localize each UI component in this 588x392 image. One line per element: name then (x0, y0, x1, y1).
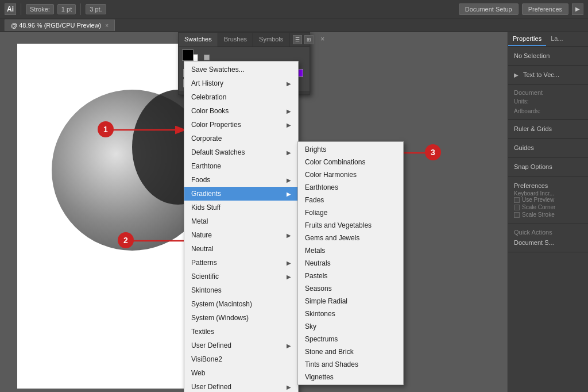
menu-item-label: User Defined (191, 341, 231, 349)
annotation-1: 1 (98, 121, 114, 137)
submenu-item-label: Neutrals (305, 259, 331, 267)
menu-item-nature[interactable]: Nature▶ (184, 228, 298, 242)
menu-item-foods[interactable]: Foods▶ (184, 173, 298, 187)
menu-item-gradients[interactable]: Gradients▶ (184, 187, 298, 201)
submenu-item-label: Gems and Jewels (305, 234, 359, 242)
expand-arrow[interactable]: ▶ (514, 72, 519, 78)
guides-section: Guides (508, 139, 588, 157)
menu-item-patterns[interactable]: Patterns▶ (184, 256, 298, 270)
submenu-item-simple-radial[interactable]: Simple Radial (298, 295, 403, 308)
submenu-item-color-combinations[interactable]: Color Combinations (298, 156, 403, 168)
use-preview-checkbox[interactable] (514, 197, 520, 203)
text-to-vec-section: ▶ Text to Vec... (508, 66, 588, 84)
document-s-label[interactable]: Document S... (514, 238, 582, 247)
no-selection-label: No Selection (514, 51, 582, 60)
menu-item-color-properties[interactable]: Color Properties▶ (184, 118, 298, 132)
submenu-item-seasons[interactable]: Seasons (298, 282, 403, 295)
submenu-item-label: Fades (305, 196, 324, 204)
submenu-item-sky[interactable]: Sky (298, 320, 403, 333)
menu-item-system-(windows)[interactable]: System (Windows) (184, 311, 298, 325)
annotation-2: 2 (118, 232, 134, 248)
keyboard-incr-label: Keyboard Incr... (514, 190, 582, 197)
submenu-item-spectrums[interactable]: Spectrums (298, 333, 403, 345)
tab-properties[interactable]: Properties (508, 32, 546, 46)
pt-value[interactable]: 3 pt. (86, 4, 106, 14)
submenu-item-label: Color Combinations (305, 158, 365, 166)
submenu-item-brights[interactable]: Brights (298, 143, 403, 156)
text-to-vec-label[interactable]: Text to Vec... (523, 70, 559, 79)
menu-item-label: Celebration (191, 93, 226, 101)
submenu-item-tints-and-shades[interactable]: Tints and Shades (298, 358, 403, 371)
scale-corner-row: Scale Corner (514, 204, 582, 210)
submenu-item-stone-and-brick[interactable]: Stone and Brick (298, 345, 403, 358)
preferences-section: Preferences Keyboard Incr... Use Preview… (508, 176, 588, 224)
menu-item-label: Neutral (191, 245, 214, 253)
menu-item-celebration[interactable]: Celebration (184, 90, 298, 104)
menu-item-color-books[interactable]: Color Books▶ (184, 104, 298, 118)
tab-brushes[interactable]: Brushes (218, 33, 253, 47)
menu-item-art-history[interactable]: Art History▶ (184, 76, 298, 90)
tab-symbols[interactable]: Symbols (253, 33, 289, 47)
menu-item-user-defined[interactable]: User Defined▶ (184, 380, 298, 392)
menu-item-label: Gradients (191, 190, 221, 198)
submenu-item-neutrals[interactable]: Neutrals (298, 257, 403, 270)
stroke-value[interactable]: 1 pt (57, 4, 76, 14)
right-panel: Properties La... No Selection ▶ Text to … (508, 32, 588, 392)
submenu-item-fruits-and-vegetables[interactable]: Fruits and Vegetables (298, 219, 403, 232)
snap-options-label[interactable]: Snap Options (514, 162, 582, 171)
menu-item-kids-stuff[interactable]: Kids Stuff (184, 201, 298, 214)
tab-swatches[interactable]: Swatches (179, 33, 218, 47)
use-preview-row: Use Preview (514, 197, 582, 203)
menu-item-label: User Defined (191, 383, 231, 391)
ruler-grids-label[interactable]: Ruler & Grids (514, 124, 582, 133)
scale-stroke-checkbox[interactable] (514, 212, 520, 218)
menu-item-skintones[interactable]: Skintones (184, 283, 298, 297)
menu-item-system-(macintosh)[interactable]: System (Macintosh) (184, 297, 298, 311)
submenu-item-earthtones[interactable]: Earthtones (298, 181, 403, 194)
panel-close-icon[interactable]: × (317, 33, 328, 47)
quick-actions-title: Quick Actions (514, 229, 582, 236)
stroke-label: Stroke: (26, 4, 54, 14)
submenu-item-gems-and-jewels[interactable]: Gems and Jewels (298, 232, 403, 244)
menu-item-label: System (Macintosh) (191, 300, 252, 308)
menu-item-label: Scientific (191, 272, 219, 280)
tab-close-icon[interactable]: × (105, 22, 109, 29)
menu-item-earthtone[interactable]: Earthtone (184, 159, 298, 173)
preferences-label[interactable]: Preferences (514, 181, 582, 190)
submenu-item-metals[interactable]: Metals (298, 244, 403, 257)
menu-item-textiles[interactable]: Textiles (184, 325, 298, 339)
submenu-item-vignettes[interactable]: Vignettes (298, 371, 403, 383)
document-section: Document Units: Artboards: (508, 84, 588, 120)
submenu-item-foliage[interactable]: Foliage (298, 206, 403, 219)
annotation-3: 3 (425, 144, 441, 160)
submenu-item-label: Skintones (305, 310, 335, 318)
doc-setup-button[interactable]: Document Setup (459, 3, 519, 15)
tab-layers[interactable]: La... (546, 32, 567, 46)
menu-item-metal[interactable]: Metal (184, 214, 298, 228)
menu-item-web[interactable]: Web (184, 366, 298, 380)
no-selection-section: No Selection (508, 47, 588, 66)
menu-item-neutral[interactable]: Neutral (184, 242, 298, 256)
menu-item-scientific[interactable]: Scientific▶ (184, 270, 298, 283)
menu-item-default-swatches[interactable]: Default Swatches▶ (184, 145, 298, 159)
guides-label[interactable]: Guides (514, 143, 582, 152)
scale-corner-checkbox[interactable] (514, 205, 520, 210)
menu-item-save-swatches...[interactable]: Save Swatches... (184, 63, 298, 76)
grid-view-icon[interactable]: ⊞ (304, 35, 314, 44)
menu-item-user-defined[interactable]: User Defined▶ (184, 339, 298, 352)
submenu-arrow-icon: ▶ (287, 108, 291, 114)
menu-item-corporate[interactable]: Corporate (184, 132, 298, 145)
fg-swatch[interactable] (182, 49, 194, 61)
submenu-item-label: Sky (305, 322, 316, 330)
list-view-icon[interactable]: ☰ (293, 35, 302, 44)
expand-icon[interactable]: ▶ (572, 3, 583, 15)
submenu-item-fades[interactable]: Fades (298, 194, 403, 206)
main-tab[interactable]: @ 48.96 % (RGB/CPU Preview) × (5, 20, 115, 31)
preferences-button[interactable]: Preferences (522, 3, 568, 15)
replace-icon[interactable] (204, 55, 210, 60)
submenu-item-skintones[interactable]: Skintones (298, 308, 403, 320)
submenu-item-pastels[interactable]: Pastels (298, 270, 403, 282)
submenu-item-label: Metals (305, 247, 325, 255)
menu-item-visibone2[interactable]: VisiBone2 (184, 352, 298, 366)
submenu-item-color-harmonies[interactable]: Color Harmonies (298, 168, 403, 181)
